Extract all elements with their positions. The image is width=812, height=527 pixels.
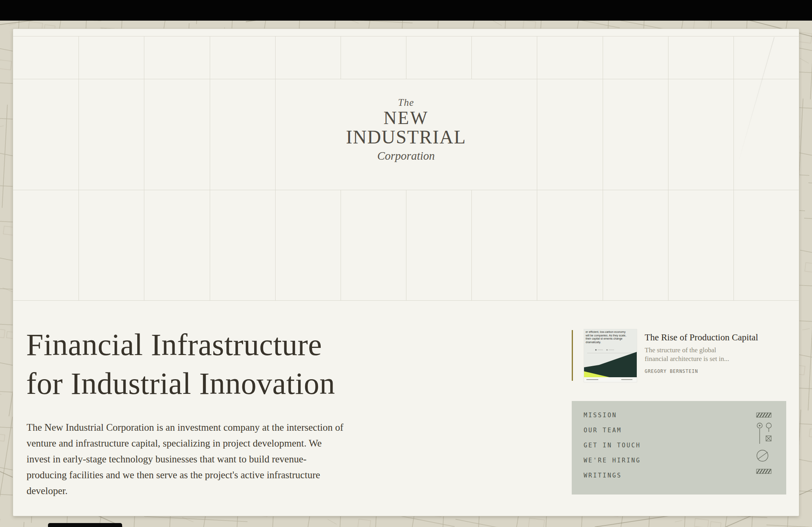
box-x-icon [766,436,771,441]
gold-rule [572,330,573,381]
thumbnail-graphic [584,329,637,382]
logo[interactable]: The NEW INDUSTRIAL Corporation [13,97,799,162]
circle-icon [766,423,772,432]
page-title: Financial Infrastructure for Industrial … [26,325,335,403]
article-title: The Rise of Production Capital [645,332,758,343]
compass-circle-icon [757,450,768,461]
nav-panel: MISSION OUR TEAM GET IN TOUCH WE'RE HIRI… [572,401,786,495]
article-author: GREGORY BERNSTEIN [645,369,758,374]
hatch-bar-icon-2 [756,469,771,474]
bottom-bar-fragment [48,523,122,527]
panel-drafting-icons [753,411,775,479]
top-black-bar [0,0,812,21]
hatch-bar-icon [756,413,771,417]
featured-article-card[interactable]: er efficient, low-carbon economy will be… [572,329,800,385]
article-excerpt: The structure of the global financial ar… [645,346,736,364]
logo-new: NEW [13,109,799,128]
intro-paragraph: The New Industrial Corporation is an inv… [27,420,344,499]
title-line-1: Financial Infrastructure [26,325,335,364]
paper-sheet: The NEW INDUSTRIAL Corporation Financial… [13,29,799,516]
logo-the: The [13,97,799,108]
article-text-block: The Rise of Production Capital The struc… [645,329,758,374]
title-line-2: for Industrial Innovation [26,364,335,403]
logo-industrial: INDUSTRIAL [13,128,799,147]
layout-grid [13,29,799,302]
target-circle-icon [757,423,762,428]
page: The NEW INDUSTRIAL Corporation Financial… [0,0,812,527]
article-thumbnail: er efficient, low-carbon economy will be… [584,329,637,382]
logo-corporation: Corporation [13,149,799,162]
